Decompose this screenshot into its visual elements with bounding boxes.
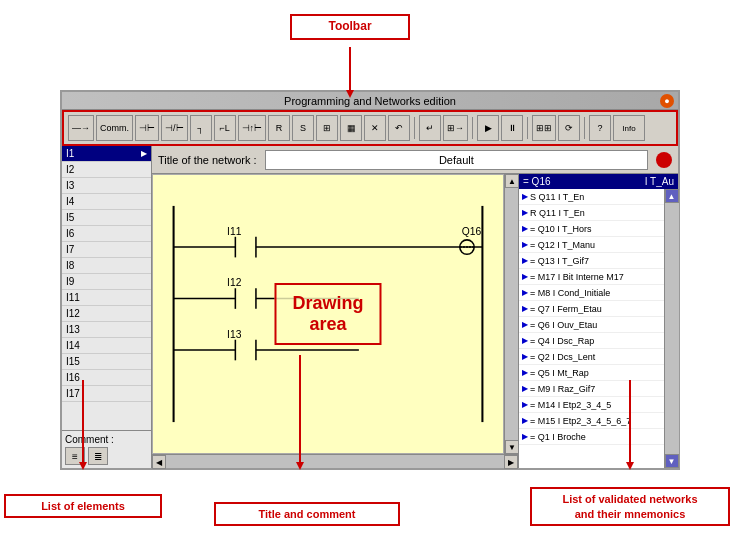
network-title-input[interactable] xyxy=(265,150,648,170)
net-item-6[interactable]: ▶ = M8 I Cond_Initiale xyxy=(519,285,664,301)
validated-networks-annotation: List of validated networksand their mnem… xyxy=(530,487,730,526)
selected-arrow-icon: ▶ xyxy=(141,149,147,158)
element-item-I12[interactable]: I12 xyxy=(62,306,151,322)
element-item-I13[interactable]: I13 xyxy=(62,322,151,338)
undo-button[interactable]: ↶ xyxy=(388,115,410,141)
element-item-I14[interactable]: I14 xyxy=(62,338,151,354)
right-vscrollbar[interactable]: ▲ ▼ xyxy=(664,189,678,468)
middle-area: Title of the network : xyxy=(152,146,678,468)
right-panel-inner: ▶ S Q11 I T_En ▶ R Q11 I T_En ▶ = Q10 I … xyxy=(519,189,678,468)
element-item-I3[interactable]: I3 xyxy=(62,178,151,194)
run-button[interactable]: ▶ xyxy=(477,115,499,141)
main-wrapper: Toolbar Programming and Networks edition… xyxy=(0,0,734,540)
right-panel-header: = Q16 I T_Au xyxy=(519,174,678,189)
svg-text:Q16: Q16 xyxy=(462,226,482,237)
drawing-inner: I11 Q16 I12 xyxy=(152,174,518,454)
toolbar-separator xyxy=(414,117,415,139)
toolbar-separator3 xyxy=(527,117,528,139)
net-item-1[interactable]: ▶ R Q11 I T_En xyxy=(519,205,664,221)
element-item-I17[interactable]: I17 xyxy=(62,386,151,402)
title-and-comment-annotation: Title and comment xyxy=(214,502,400,526)
scroll-up-arrow[interactable]: ▲ xyxy=(505,174,519,188)
comment-icons: ≡ ≣ xyxy=(65,447,148,465)
net-item-15[interactable]: ▶ = Q1 I Broche xyxy=(519,429,664,445)
element-item-I2[interactable]: I2 xyxy=(62,162,151,178)
r-button[interactable]: R xyxy=(268,115,290,141)
copy-button[interactable]: ⊞→ xyxy=(443,115,468,141)
hscroll-right-arrow[interactable]: ▶ xyxy=(504,455,518,469)
window-title: Programming and Networks edition xyxy=(284,95,456,107)
delete-button[interactable]: ✕ xyxy=(364,115,386,141)
net-item-4[interactable]: ▶ = Q13 I T_Gif7 xyxy=(519,253,664,269)
net-item-5[interactable]: ▶ = M17 I Bit Interne M17 xyxy=(519,269,664,285)
info-button[interactable]: Info xyxy=(613,115,645,141)
help-button[interactable]: ? xyxy=(589,115,611,141)
hscroll-track xyxy=(166,455,504,468)
s-button[interactable]: S xyxy=(292,115,314,141)
comment-icon-btn-2[interactable]: ≣ xyxy=(88,447,108,465)
ncontact-button[interactable]: ⊣/⊢ xyxy=(161,115,188,141)
element-item-I16[interactable]: I16 xyxy=(62,370,151,386)
element-item-I7[interactable]: I7 xyxy=(62,242,151,258)
drawing-label: Drawing area xyxy=(274,283,381,345)
hscroll-left-arrow[interactable]: ◀ xyxy=(152,455,166,469)
net-item-8[interactable]: ▶ = Q6 I Ouv_Etau xyxy=(519,317,664,333)
element-item-I4[interactable]: I4 xyxy=(62,194,151,210)
net-item-2[interactable]: ▶ = Q10 I T_Hors xyxy=(519,221,664,237)
element-item-I8[interactable]: I8 xyxy=(62,258,151,274)
right-scroll-down[interactable]: ▼ xyxy=(665,454,679,468)
net-item-0[interactable]: ▶ S Q11 I T_En xyxy=(519,189,664,205)
comment-icon-btn-1[interactable]: ≡ xyxy=(65,447,85,465)
main-window: Programming and Networks edition ● —→ Co… xyxy=(60,90,680,470)
scroll-down-arrow[interactable]: ▼ xyxy=(505,440,519,454)
drawing-vscrollbar[interactable]: ▲ ▼ xyxy=(504,174,518,454)
comment-section: Comment : ≡ ≣ xyxy=(62,430,151,468)
svg-text:I11: I11 xyxy=(227,226,242,237)
content-area: I1 ▶ I2 I3 I4 I5 I6 I7 I8 I9 I11 I12 I13… xyxy=(62,146,678,468)
net-item-11[interactable]: ▶ = Q5 I Mt_Rap xyxy=(519,365,664,381)
drawing-area[interactable]: I11 Q16 I12 xyxy=(152,174,504,454)
branch2-button[interactable]: ⌐L xyxy=(214,115,236,141)
window-titlebar: Programming and Networks edition ● xyxy=(62,92,678,110)
middle-content: I11 Q16 I12 xyxy=(152,174,678,468)
toolbar-separator2 xyxy=(472,117,473,139)
net-item-13[interactable]: ▶ = M14 I Etp2_3_4_5 xyxy=(519,397,664,413)
comment-label: Comment : xyxy=(65,434,148,445)
element-item-I5[interactable]: I5 xyxy=(62,210,151,226)
element-item-I6[interactable]: I6 xyxy=(62,226,151,242)
net-item-14[interactable]: ▶ = M15 I Etp2_3_4_5_6_7 xyxy=(519,413,664,429)
comm-button[interactable]: Comm. xyxy=(96,115,133,141)
right-panel: = Q16 I T_Au ▶ S Q11 I T_En ▶ R Q11 I T_… xyxy=(518,174,678,468)
branch1-button[interactable]: ┐ xyxy=(190,115,212,141)
element-item-I15[interactable]: I15 xyxy=(62,354,151,370)
toolbar-annotation: Toolbar xyxy=(290,14,410,40)
right-scroll-track xyxy=(665,203,679,454)
refresh-button[interactable]: ⟳ xyxy=(558,115,580,141)
right-panel-list: ▶ S Q11 I T_En ▶ R Q11 I T_En ▶ = Q10 I … xyxy=(519,189,664,468)
wire-button[interactable]: —→ xyxy=(68,115,94,141)
right-scroll-up[interactable]: ▲ xyxy=(665,189,679,203)
net-item-3[interactable]: ▶ = Q12 I T_Manu xyxy=(519,237,664,253)
svg-text:I13: I13 xyxy=(227,329,242,340)
element-item-I1[interactable]: I1 ▶ xyxy=(62,146,151,162)
grid-button[interactable]: ⊞ xyxy=(316,115,338,141)
toolbar-row: —→ Comm. ⊣⊢ ⊣/⊢ ┐ ⌐L ⊣↑⊢ R S ⊞ ▦ ✕ ↶ ↵ ⊞… xyxy=(62,110,678,146)
element-item-I9[interactable]: I9 xyxy=(62,274,151,290)
left-panel: I1 ▶ I2 I3 I4 I5 I6 I7 I8 I9 I11 I12 I13… xyxy=(62,146,152,468)
net-item-12[interactable]: ▶ = M9 I Raz_Gif7 xyxy=(519,381,664,397)
net-item-9[interactable]: ▶ = Q4 I Dsc_Rap xyxy=(519,333,664,349)
monitor-button[interactable]: ⊞⊞ xyxy=(532,115,556,141)
toolbar-separator4 xyxy=(584,117,585,139)
contact-button[interactable]: ⊣⊢ xyxy=(135,115,159,141)
net-item-10[interactable]: ▶ = Q2 I Dcs_Lent xyxy=(519,349,664,365)
net-item-7[interactable]: ▶ = Q7 I Ferm_Etau xyxy=(519,301,664,317)
enter-button[interactable]: ↵ xyxy=(419,115,441,141)
rising-button[interactable]: ⊣↑⊢ xyxy=(238,115,267,141)
window-close-button[interactable]: ● xyxy=(660,94,674,108)
drawing-hscrollbar[interactable]: ◀ ▶ xyxy=(152,454,518,468)
svg-text:I12: I12 xyxy=(227,277,242,288)
pause-button[interactable]: ⏸ xyxy=(501,115,523,141)
func-button[interactable]: ▦ xyxy=(340,115,362,141)
element-item-I11[interactable]: I11 xyxy=(62,290,151,306)
header-col2: I T_Au xyxy=(645,176,674,187)
